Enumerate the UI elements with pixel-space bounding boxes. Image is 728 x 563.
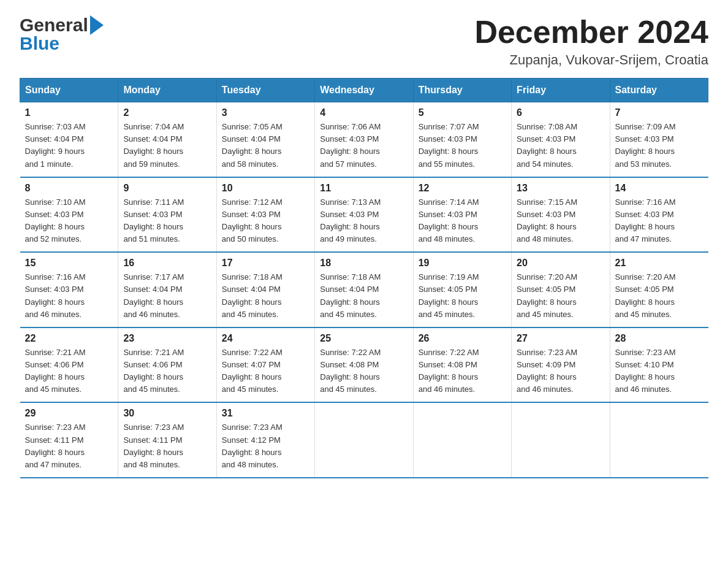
day-number: 2 — [123, 107, 211, 118]
title-block: December 2024 Zupanja, Vukovar-Srijem, C… — [474, 15, 708, 68]
calendar-day-cell: 18Sunrise: 7:18 AMSunset: 4:04 PMDayligh… — [315, 252, 413, 327]
day-info: Sunrise: 7:22 AMSunset: 4:08 PMDaylight:… — [320, 347, 408, 396]
day-number: 11 — [320, 183, 408, 194]
calendar-day-cell: 2Sunrise: 7:04 AMSunset: 4:04 PMDaylight… — [118, 102, 216, 177]
day-number: 22 — [25, 333, 113, 344]
calendar-week-row: 1Sunrise: 7:03 AMSunset: 4:04 PMDaylight… — [20, 102, 708, 177]
day-info: Sunrise: 7:22 AMSunset: 4:08 PMDaylight:… — [419, 347, 506, 396]
calendar-day-cell — [512, 402, 610, 478]
day-info: Sunrise: 7:23 AMSunset: 4:12 PMDaylight:… — [222, 421, 309, 471]
day-number: 26 — [419, 333, 506, 344]
calendar-day-cell — [413, 402, 511, 478]
day-number: 6 — [517, 107, 604, 118]
calendar-day-cell: 6Sunrise: 7:08 AMSunset: 4:03 PMDaylight… — [512, 102, 610, 177]
day-number: 4 — [320, 107, 408, 118]
calendar-day-cell: 30Sunrise: 7:23 AMSunset: 4:11 PMDayligh… — [118, 402, 216, 478]
calendar-day-cell: 16Sunrise: 7:17 AMSunset: 4:04 PMDayligh… — [118, 252, 216, 327]
day-info: Sunrise: 7:18 AMSunset: 4:04 PMDaylight:… — [222, 271, 309, 321]
logo: General Blue — [20, 15, 104, 54]
calendar-day-cell: 28Sunrise: 7:23 AMSunset: 4:10 PMDayligh… — [610, 327, 708, 403]
day-number: 30 — [123, 408, 211, 419]
day-info: Sunrise: 7:04 AMSunset: 4:04 PMDaylight:… — [123, 121, 211, 170]
day-info: Sunrise: 7:21 AMSunset: 4:06 PMDaylight:… — [123, 347, 211, 396]
day-info: Sunrise: 7:13 AMSunset: 4:03 PMDaylight:… — [320, 196, 408, 246]
calendar-table: Sunday Monday Tuesday Wednesday Thursday… — [20, 78, 708, 478]
calendar-day-cell: 11Sunrise: 7:13 AMSunset: 4:03 PMDayligh… — [315, 177, 413, 253]
header-tuesday: Tuesday — [216, 79, 314, 102]
calendar-body: 1Sunrise: 7:03 AMSunset: 4:04 PMDaylight… — [20, 102, 708, 478]
day-info: Sunrise: 7:17 AMSunset: 4:04 PMDaylight:… — [123, 271, 211, 321]
day-number: 14 — [615, 183, 703, 194]
day-info: Sunrise: 7:10 AMSunset: 4:03 PMDaylight:… — [25, 196, 113, 246]
day-info: Sunrise: 7:16 AMSunset: 4:03 PMDaylight:… — [615, 196, 703, 246]
header-monday: Monday — [118, 79, 216, 102]
calendar-week-row: 8Sunrise: 7:10 AMSunset: 4:03 PMDaylight… — [20, 177, 708, 253]
calendar-day-cell: 31Sunrise: 7:23 AMSunset: 4:12 PMDayligh… — [216, 402, 314, 478]
day-info: Sunrise: 7:22 AMSunset: 4:07 PMDaylight:… — [222, 347, 309, 396]
page-header: General Blue December 2024 Zupanja, Vuko… — [20, 15, 708, 68]
day-number: 25 — [320, 333, 408, 344]
calendar-day-cell: 15Sunrise: 7:16 AMSunset: 4:03 PMDayligh… — [20, 252, 118, 327]
day-info: Sunrise: 7:23 AMSunset: 4:11 PMDaylight:… — [25, 421, 113, 471]
day-info: Sunrise: 7:09 AMSunset: 4:03 PMDaylight:… — [615, 121, 703, 170]
calendar-day-cell: 4Sunrise: 7:06 AMSunset: 4:03 PMDaylight… — [315, 102, 413, 177]
day-number: 24 — [222, 333, 309, 344]
day-number: 12 — [419, 183, 506, 194]
day-info: Sunrise: 7:21 AMSunset: 4:06 PMDaylight:… — [25, 347, 113, 396]
calendar-day-cell: 1Sunrise: 7:03 AMSunset: 4:04 PMDaylight… — [20, 102, 118, 177]
day-number: 20 — [517, 258, 604, 269]
calendar-title: December 2024 — [474, 15, 708, 50]
day-number: 7 — [615, 107, 703, 118]
day-info: Sunrise: 7:15 AMSunset: 4:03 PMDaylight:… — [517, 196, 604, 246]
day-info: Sunrise: 7:18 AMSunset: 4:04 PMDaylight:… — [320, 271, 408, 321]
calendar-day-cell: 20Sunrise: 7:20 AMSunset: 4:05 PMDayligh… — [512, 252, 610, 327]
calendar-day-cell: 22Sunrise: 7:21 AMSunset: 4:06 PMDayligh… — [20, 327, 118, 403]
day-number: 28 — [615, 333, 703, 344]
calendar-week-row: 15Sunrise: 7:16 AMSunset: 4:03 PMDayligh… — [20, 252, 708, 327]
day-number: 1 — [25, 107, 113, 118]
day-number: 16 — [123, 258, 211, 269]
day-info: Sunrise: 7:19 AMSunset: 4:05 PMDaylight:… — [419, 271, 506, 321]
day-info: Sunrise: 7:06 AMSunset: 4:03 PMDaylight:… — [320, 121, 408, 170]
calendar-day-cell: 25Sunrise: 7:22 AMSunset: 4:08 PMDayligh… — [315, 327, 413, 403]
calendar-day-cell: 7Sunrise: 7:09 AMSunset: 4:03 PMDaylight… — [610, 102, 708, 177]
day-number: 15 — [25, 258, 113, 269]
calendar-day-cell: 12Sunrise: 7:14 AMSunset: 4:03 PMDayligh… — [413, 177, 511, 253]
day-number: 17 — [222, 258, 309, 269]
header-thursday: Thursday — [413, 79, 511, 102]
day-info: Sunrise: 7:11 AMSunset: 4:03 PMDaylight:… — [123, 196, 211, 246]
day-info: Sunrise: 7:23 AMSunset: 4:10 PMDaylight:… — [615, 347, 703, 396]
header-saturday: Saturday — [610, 79, 708, 102]
header-friday: Friday — [512, 79, 610, 102]
calendar-subtitle: Zupanja, Vukovar-Srijem, Croatia — [474, 52, 708, 68]
calendar-day-cell — [315, 402, 413, 478]
calendar-day-cell: 17Sunrise: 7:18 AMSunset: 4:04 PMDayligh… — [216, 252, 314, 327]
day-info: Sunrise: 7:05 AMSunset: 4:04 PMDaylight:… — [222, 121, 309, 170]
day-info: Sunrise: 7:03 AMSunset: 4:04 PMDaylight:… — [25, 121, 113, 170]
calendar-day-cell: 19Sunrise: 7:19 AMSunset: 4:05 PMDayligh… — [413, 252, 511, 327]
day-number: 5 — [419, 107, 506, 118]
calendar-day-cell: 27Sunrise: 7:23 AMSunset: 4:09 PMDayligh… — [512, 327, 610, 403]
day-number: 29 — [25, 408, 113, 419]
day-number: 9 — [123, 183, 211, 194]
weekday-header-row: Sunday Monday Tuesday Wednesday Thursday… — [20, 79, 708, 102]
day-number: 13 — [517, 183, 604, 194]
calendar-day-cell: 5Sunrise: 7:07 AMSunset: 4:03 PMDaylight… — [413, 102, 511, 177]
day-number: 19 — [419, 258, 506, 269]
calendar-header: Sunday Monday Tuesday Wednesday Thursday… — [20, 79, 708, 102]
calendar-day-cell: 24Sunrise: 7:22 AMSunset: 4:07 PMDayligh… — [216, 327, 314, 403]
calendar-day-cell: 23Sunrise: 7:21 AMSunset: 4:06 PMDayligh… — [118, 327, 216, 403]
day-info: Sunrise: 7:14 AMSunset: 4:03 PMDaylight:… — [419, 196, 506, 246]
day-info: Sunrise: 7:12 AMSunset: 4:03 PMDaylight:… — [222, 196, 309, 246]
calendar-day-cell: 26Sunrise: 7:22 AMSunset: 4:08 PMDayligh… — [413, 327, 511, 403]
calendar-week-row: 22Sunrise: 7:21 AMSunset: 4:06 PMDayligh… — [20, 327, 708, 403]
day-info: Sunrise: 7:20 AMSunset: 4:05 PMDaylight:… — [517, 271, 604, 321]
day-number: 3 — [222, 107, 309, 118]
day-number: 18 — [320, 258, 408, 269]
calendar-day-cell: 13Sunrise: 7:15 AMSunset: 4:03 PMDayligh… — [512, 177, 610, 253]
day-number: 8 — [25, 183, 113, 194]
calendar-day-cell: 3Sunrise: 7:05 AMSunset: 4:04 PMDaylight… — [216, 102, 314, 177]
logo-triangle-icon — [90, 15, 104, 35]
day-info: Sunrise: 7:08 AMSunset: 4:03 PMDaylight:… — [517, 121, 604, 170]
calendar-day-cell: 29Sunrise: 7:23 AMSunset: 4:11 PMDayligh… — [20, 402, 118, 478]
